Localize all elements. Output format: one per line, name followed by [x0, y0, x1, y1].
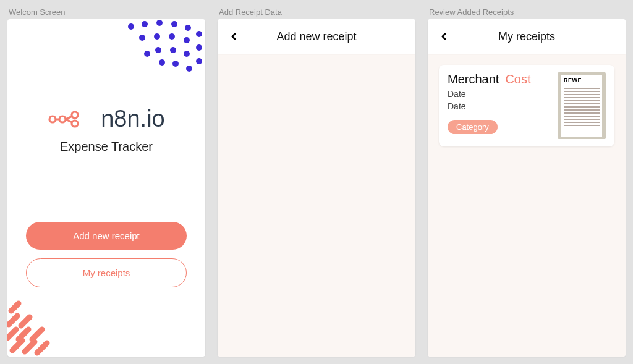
- svg-line-22: [7, 329, 16, 338]
- chevron-left-icon: [228, 31, 239, 42]
- my-receipts-button[interactable]: My receipts: [26, 258, 187, 287]
- back-button[interactable]: [435, 28, 452, 45]
- logo-text: n8n.io: [101, 106, 165, 132]
- receipt-thumbnail: REWE: [558, 72, 606, 139]
- svg-point-13: [184, 51, 190, 57]
- svg-line-21: [37, 343, 47, 353]
- svg-line-34: [66, 119, 72, 122]
- receipt-card-info: Merchant Cost Date Date Category: [448, 72, 551, 134]
- review-header: My receipts: [428, 19, 626, 54]
- svg-point-15: [172, 61, 179, 67]
- svg-point-28: [49, 116, 56, 122]
- cost-label: Cost: [505, 72, 530, 87]
- welcome-buttons: Add new receipt My receipts: [7, 222, 205, 287]
- svg-point-7: [154, 33, 160, 40]
- receipt-card[interactable]: Merchant Cost Date Date Category REWE: [439, 65, 614, 146]
- add-screen-column: Add Receipt Data Add new receipt: [218, 7, 415, 357]
- svg-point-3: [171, 21, 177, 27]
- review-phone: My receipts Merchant Cost Date Date Cate…: [428, 19, 626, 357]
- svg-line-26: [21, 317, 30, 326]
- svg-point-18: [159, 59, 165, 66]
- svg-point-16: [186, 66, 192, 72]
- welcome-screen-column: Welcom Screen: [7, 7, 205, 357]
- review-content-area: Merchant Cost Date Date Category REWE: [428, 54, 626, 357]
- app-logo: n8n.io: [48, 106, 165, 132]
- svg-point-14: [196, 58, 202, 64]
- svg-point-5: [196, 31, 202, 37]
- svg-point-6: [139, 35, 145, 41]
- receipt-date-1: Date: [448, 89, 551, 99]
- svg-point-29: [59, 116, 66, 122]
- n8n-logo-icon: [48, 108, 97, 131]
- svg-point-1: [142, 21, 148, 27]
- app-title: Expense Tracker: [7, 140, 205, 154]
- add-receipt-button[interactable]: Add new receipt: [26, 222, 187, 250]
- svg-point-2: [156, 20, 163, 26]
- svg-point-9: [184, 37, 190, 43]
- decoration-dots: [113, 19, 205, 87]
- welcome-phone: n8n.io Expense Tracker Add new receipt M…: [7, 19, 205, 357]
- svg-point-17: [144, 51, 150, 57]
- svg-line-20: [25, 342, 35, 352]
- add-phone: Add new receipt: [218, 19, 415, 357]
- svg-point-12: [170, 47, 176, 53]
- review-header-title: My receipts: [498, 30, 555, 43]
- add-header: Add new receipt: [218, 19, 415, 54]
- svg-line-27: [11, 303, 19, 311]
- svg-point-8: [169, 33, 175, 40]
- receipt-date-2: Date: [448, 101, 551, 111]
- svg-point-0: [128, 23, 134, 30]
- svg-line-25: [9, 316, 17, 324]
- merchant-label: Merchant: [448, 72, 499, 87]
- svg-line-19: [12, 341, 22, 350]
- screen-label-add: Add Receipt Data: [218, 7, 415, 17]
- svg-point-4: [185, 25, 191, 31]
- svg-line-24: [32, 329, 42, 339]
- logo-block: n8n.io Expense Tracker: [7, 106, 205, 154]
- screen-label-welcome: Welcom Screen: [7, 7, 205, 17]
- add-content-area: [218, 54, 415, 357]
- receipt-title-row: Merchant Cost: [448, 72, 551, 87]
- receipt-brand: REWE: [564, 77, 582, 83]
- chevron-left-icon: [438, 31, 449, 42]
- review-screen-column: Review Added Receipts My receipts Mercha…: [428, 7, 626, 357]
- svg-line-23: [19, 329, 28, 339]
- category-pill: Category: [448, 120, 498, 134]
- add-header-title: Add new receipt: [276, 30, 356, 43]
- screen-label-review: Review Added Receipts: [428, 7, 626, 17]
- back-button[interactable]: [225, 28, 242, 45]
- decoration-stripes: [7, 295, 75, 357]
- svg-point-10: [196, 44, 202, 51]
- svg-point-11: [155, 47, 161, 53]
- receipt-list: Merchant Cost Date Date Category REWE: [428, 54, 626, 158]
